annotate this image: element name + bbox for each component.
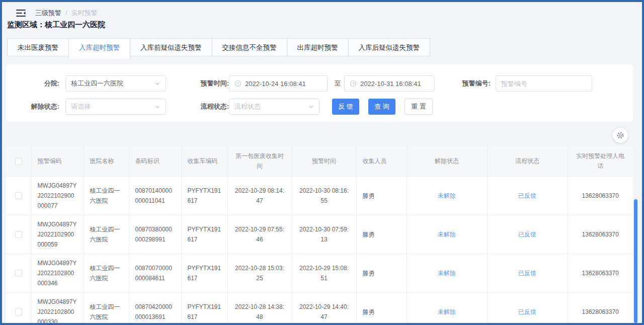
branch-select[interactable]: 核工业四一六医院 — [65, 75, 166, 92]
cell-barcode: 00870070000000084611 — [129, 254, 181, 292]
cell-hospital: 核工业四一六医院 — [84, 215, 129, 254]
column-header-barcode: 条码标识 — [129, 146, 181, 176]
cell-barcode: 00870140000000011041 — [129, 176, 181, 215]
cell-first_collect: 2022-10-29 08:14:47 — [227, 176, 292, 215]
cell-phone: 13628063370 — [568, 176, 633, 215]
chevron-down-icon — [154, 80, 160, 87]
table-settings-button[interactable] — [613, 128, 628, 143]
warn-no-input[interactable] — [496, 75, 592, 92]
warning-table: 预警编码医院名称条码标识收集车编码第一包医废收集时间预警时间收集人员解除状态流程… — [6, 146, 633, 323]
tab-0[interactable]: 未出医废预警 — [7, 38, 69, 56]
cell-hospital: 核工业四一六医院 — [84, 292, 129, 323]
column-header-first_collect: 第一包医废收集时间 — [227, 146, 292, 176]
cell-hospital: 核工业四一六医院 — [84, 254, 129, 292]
cell-hospital: 核工业四一六医院 — [84, 176, 129, 215]
cell-release[interactable]: 未解除 — [407, 254, 487, 292]
breadcrumb-parent[interactable]: 三级预警 — [35, 9, 61, 17]
row-checkbox[interactable] — [15, 192, 22, 199]
column-header-collector: 收集人员 — [356, 146, 407, 176]
cell-flow[interactable]: 已反馈 — [487, 292, 568, 323]
app-window: 三级预警/实时预警 监测区域：核工业四一六医院 未出医废预警入库超时预警入库前疑… — [0, 0, 644, 325]
cell-code: MWJG04897YJ2022102900000059 — [31, 215, 84, 254]
release-status-select[interactable]: 请选择 — [65, 99, 166, 115]
breadcrumb-current: 实时预警 — [71, 9, 98, 17]
cell-flow[interactable]: 已反馈 — [487, 215, 568, 254]
warn-time-from-input[interactable]: 2022-10-24 16:08:41 — [229, 75, 328, 92]
cell-flow[interactable]: 已反馈 — [487, 176, 568, 215]
flow-status-placeholder: 流程状态 — [234, 102, 261, 111]
gear-icon — [616, 131, 624, 139]
branch-label: 分院: — [20, 75, 59, 92]
cell-first_collect: 2022-10-28 15:03:25 — [227, 254, 292, 292]
cell-first_collect: 2022-10-29 07:55:46 — [227, 215, 292, 254]
page: 三级预警/实时预警 监测区域：核工业四一六医院 未出医废预警入库超时预警入库前疑… — [2, 2, 642, 323]
release-status-label: 解除状态: — [20, 99, 59, 115]
breadcrumb-separator: / — [65, 9, 67, 17]
chevron-down-icon — [308, 104, 314, 110]
row-checkbox[interactable] — [15, 308, 22, 315]
chevron-down-icon — [154, 104, 160, 110]
vertical-scrollbar-thumb[interactable] — [634, 199, 637, 323]
cell-phone: 13628063370 — [568, 292, 633, 323]
column-header-phone: 实时预警处理人电话 — [568, 146, 633, 176]
tab-2[interactable]: 入库前疑似遗失预警 — [130, 38, 212, 56]
column-header-flow: 流程状态 — [487, 146, 568, 176]
cell-collector: 滕勇 — [356, 254, 407, 292]
cell-warn_time: 2022-10-30 08:16:55 — [292, 176, 356, 215]
cell-vehicle: PYFYTX191617 — [181, 292, 227, 323]
cell-first_collect: 2022-10-28 14:38:48 — [227, 292, 292, 323]
warn-time-label: 预警时间: — [181, 75, 229, 92]
flow-status-select[interactable]: 流程状态 — [229, 99, 319, 115]
reset-button[interactable]: 重 置 — [405, 99, 433, 115]
query-button[interactable]: 查 询 — [368, 99, 395, 115]
cell-release[interactable]: 未解除 — [407, 176, 487, 215]
cell-code: MWJG04897YJ2022102800000330 — [31, 292, 84, 323]
cell-code: MWJG04897YJ2022102900000077 — [31, 176, 84, 215]
cell-code: MWJG04897YJ2022102800000346 — [31, 254, 84, 292]
column-header-warn_time: 预警时间 — [292, 146, 356, 176]
feedback-button[interactable]: 反 馈 — [332, 99, 359, 115]
warn-time-to-input[interactable]: 2022-10-31 16:08:41 — [344, 75, 435, 92]
warning-table-card: 预警编码医院名称条码标识收集车编码第一包医废收集时间预警时间收集人员解除状态流程… — [6, 146, 633, 323]
top-bar: 三级预警/实时预警 — [2, 6, 642, 19]
cell-collector: 滕勇 — [356, 292, 407, 323]
cell-phone: 13628063370 — [568, 254, 633, 292]
cell-barcode: 00870380000000298991 — [129, 215, 181, 254]
cell-barcode: 00870420000000013691 — [129, 292, 181, 323]
tab-3[interactable]: 交接信息不全预警 — [212, 38, 287, 56]
tab-1[interactable]: 入库超时预警 — [68, 38, 130, 59]
table-row: MWJG04897YJ2022102800000330核工业四一六医院00870… — [6, 292, 633, 323]
column-header-code: 预警编码 — [31, 146, 84, 176]
cell-vehicle: PYFYTX191617 — [181, 215, 227, 254]
tab-4[interactable]: 出库超时预警 — [287, 38, 349, 56]
release-status-placeholder: 请选择 — [71, 102, 91, 111]
select-all-checkbox[interactable] — [15, 158, 22, 165]
cell-phone: 13628063370 — [568, 215, 633, 254]
column-header-release: 解除状态 — [407, 146, 487, 176]
cell-release[interactable]: 未解除 — [407, 215, 487, 254]
cell-collector: 滕勇 — [356, 215, 407, 254]
cell-vehicle: PYFYTX191617 — [181, 176, 227, 215]
row-checkbox[interactable] — [15, 231, 22, 238]
table-row: MWJG04897YJ2022102900000059核工业四一六医院00870… — [6, 215, 633, 254]
clock-icon — [350, 80, 357, 87]
clock-icon — [234, 80, 242, 87]
cell-warn_time: 2022-10-30 07:59:13 — [292, 215, 356, 254]
page-title: 监测区域：核工业四一六医院 — [7, 20, 105, 30]
column-header-vehicle: 收集车编码 — [181, 146, 227, 176]
tab-5[interactable]: 入库后疑似遗失预警 — [348, 38, 431, 56]
column-header-hospital: 医院名称 — [84, 146, 129, 176]
filter-panel: 分院: 核工业四一六医院 预警时间: 2022-10-24 16:08:41 至… — [6, 64, 633, 122]
flow-status-label: 流程状态: — [181, 99, 229, 115]
date-range-separator: 至 — [331, 75, 344, 92]
table-row: MWJG04897YJ2022102900000077核工业四一六医院00870… — [6, 176, 633, 215]
table-row: MWJG04897YJ2022102800000346核工业四一六医院00870… — [6, 254, 633, 292]
cell-flow[interactable]: 已反馈 — [487, 254, 568, 292]
cell-collector: 滕勇 — [356, 176, 407, 215]
warn-no-label: 预警编号: — [453, 75, 491, 92]
cell-vehicle: PYFYTX191617 — [181, 254, 227, 292]
cell-release[interactable]: 未解除 — [407, 292, 487, 323]
row-checkbox[interactable] — [15, 270, 22, 277]
warn-time-to-value: 2022-10-31 16:08:41 — [360, 80, 421, 88]
menu-fold-icon[interactable] — [16, 9, 26, 17]
